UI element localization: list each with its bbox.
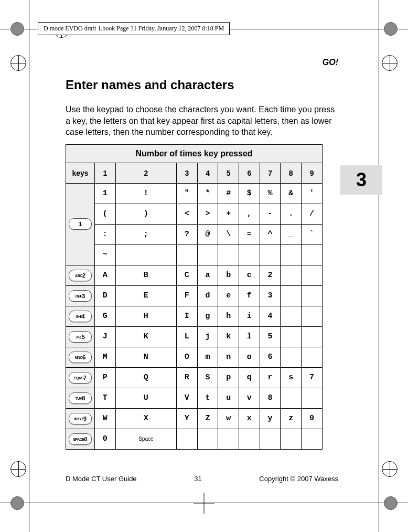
table-row: MNO6MNOmno6 xyxy=(66,347,323,367)
char-cell: i xyxy=(239,306,260,326)
char-cell: 7 xyxy=(302,367,323,388)
char-cell xyxy=(302,285,323,306)
char-cell: 4 xyxy=(260,306,281,326)
keycap-icon: 1 xyxy=(69,218,92,230)
char-cell: N xyxy=(115,347,176,367)
char-cell: z xyxy=(281,408,302,429)
char-cell: 8 xyxy=(260,388,281,408)
char-cell: M xyxy=(95,347,116,367)
char-cell: 1 xyxy=(95,183,116,204)
char-cell: * xyxy=(197,183,218,204)
keycap-cell: MNO6 xyxy=(66,347,95,367)
char-cell: w xyxy=(218,408,239,429)
char-cell: ` xyxy=(302,224,323,244)
registration-mark xyxy=(10,496,24,510)
char-cell xyxy=(302,347,323,367)
keycap-icon: PQRS7 xyxy=(69,372,92,384)
char-cell: Q xyxy=(115,367,176,388)
char-cell: R xyxy=(177,367,198,388)
char-cell: p xyxy=(218,367,239,388)
table-row: PQRS7PQRSpqrs7 xyxy=(66,367,323,388)
char-cell: ) xyxy=(115,204,176,224)
char-cell: g xyxy=(197,306,218,326)
running-head: GO! xyxy=(66,58,338,67)
table-row: WXYZ9WXYZwxyz9 xyxy=(66,408,323,429)
char-cell: t xyxy=(197,388,218,408)
char-cell xyxy=(239,429,260,449)
char-cell xyxy=(281,347,302,367)
char-cell: = xyxy=(239,224,260,244)
char-cell: y xyxy=(260,408,281,429)
char-cell: J xyxy=(95,326,116,347)
table-row: ( ) < > + , - . / xyxy=(66,204,323,224)
char-cell xyxy=(302,429,323,449)
registration-mark xyxy=(382,461,398,477)
char-cell: j xyxy=(197,326,218,347)
table-row: DEF3DEFdef3 xyxy=(66,285,323,306)
char-cell: 5 xyxy=(260,326,281,347)
char-cell: X xyxy=(115,408,176,429)
registration-mark xyxy=(10,55,26,71)
col-header: 7 xyxy=(260,163,281,183)
char-cell: E xyxy=(115,285,176,306)
char-cell xyxy=(302,244,323,265)
char-cell: : xyxy=(95,224,116,244)
char-cell: e xyxy=(218,285,239,306)
char-cell: L xyxy=(177,326,198,347)
table-row: GHI4GHIghi4 xyxy=(66,306,323,326)
char-cell xyxy=(302,388,323,408)
char-cell: > xyxy=(197,204,218,224)
col-header: 6 xyxy=(239,163,260,183)
keys-column-header: keys xyxy=(66,163,95,183)
table-row: TUV8TUVtuv8 xyxy=(66,388,323,408)
keycap-cell: JKL5 xyxy=(66,326,95,347)
char-cell: . xyxy=(281,204,302,224)
char-cell: S xyxy=(197,367,218,388)
char-cell: 9 xyxy=(302,408,323,429)
char-cell: v xyxy=(239,388,260,408)
footer-right: Copyright © 2007 Waxess xyxy=(259,475,338,483)
keycap-icon: DEF3 xyxy=(69,290,92,302)
table-header-row: keys 1 2 3 4 5 6 7 8 9 xyxy=(66,163,323,183)
registration-mark xyxy=(10,461,26,477)
char-cell: Space xyxy=(115,429,176,449)
keycap-cell: SPACE0 xyxy=(66,429,95,449)
char-cell: % xyxy=(260,183,281,204)
keycap-icon: TUV8 xyxy=(69,392,92,404)
char-cell xyxy=(260,244,281,265)
char-cell: A xyxy=(95,265,116,285)
char-cell xyxy=(197,429,218,449)
char-cell: @ xyxy=(197,224,218,244)
char-cell: l xyxy=(239,326,260,347)
char-cell: / xyxy=(302,204,323,224)
keycap-cell-1: 1 xyxy=(66,183,95,265)
char-cell xyxy=(302,265,323,285)
char-cell: 6 xyxy=(260,347,281,367)
keycap-cell: ABC2 xyxy=(66,265,95,285)
char-cell: < xyxy=(177,204,198,224)
char-cell: m xyxy=(197,347,218,367)
table-row: : ; ? @ \ = ^ _ ` xyxy=(66,224,323,244)
char-cell: I xyxy=(177,306,198,326)
char-cell: ~ xyxy=(95,244,116,265)
char-cell xyxy=(218,244,239,265)
char-cell xyxy=(281,244,302,265)
char-cell: f xyxy=(239,285,260,306)
keycap-cell: PQRS7 xyxy=(66,367,95,388)
char-cell: n xyxy=(218,347,239,367)
col-header: 5 xyxy=(218,163,239,183)
table-row: ABC2ABCabc2 xyxy=(66,265,323,285)
char-cell xyxy=(302,306,323,326)
char-cell: - xyxy=(260,204,281,224)
table-row: ~ xyxy=(66,244,323,265)
char-cell: ! xyxy=(115,183,176,204)
char-cell: _ xyxy=(281,224,302,244)
char-cell: D xyxy=(95,285,116,306)
char-cell: o xyxy=(239,347,260,367)
section-tab: 3 xyxy=(340,165,382,195)
char-cell: F xyxy=(177,285,198,306)
registration-mark xyxy=(382,55,398,71)
char-cell: d xyxy=(197,285,218,306)
char-cell xyxy=(218,429,239,449)
char-cell xyxy=(281,429,302,449)
